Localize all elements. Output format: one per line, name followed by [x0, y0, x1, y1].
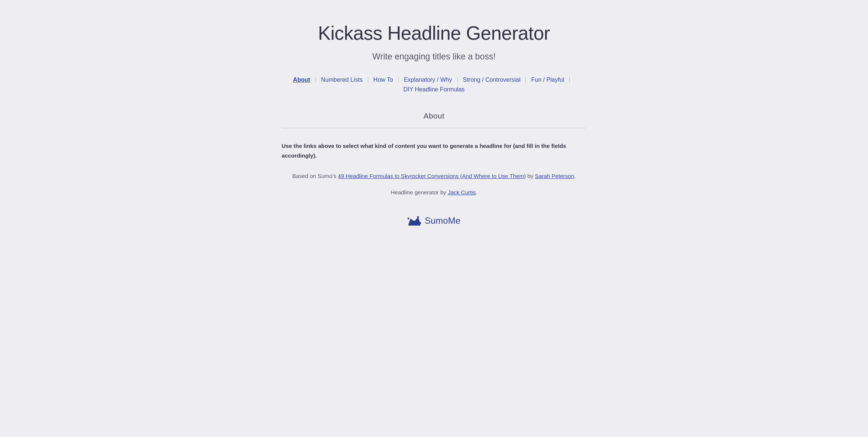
based-on-text: Based on Sumo's 49 Headline Formulas to … — [282, 172, 586, 181]
main-nav: About Numbered Lists How To Explanatory … — [282, 77, 586, 93]
nav-list: About Numbered Lists How To Explanatory … — [282, 77, 586, 93]
svg-point-2 — [408, 218, 409, 220]
svg-point-5 — [417, 216, 419, 218]
nav-item-fun-playful: Fun / Playful — [531, 77, 575, 83]
page-title: Kickass Headline Generator — [282, 22, 586, 44]
based-on-prefix: Based on Sumo's — [292, 173, 338, 179]
content-panel: About Use the links above to select what… — [282, 111, 586, 227]
page-wrapper: Kickass Headline Generator Write engagin… — [267, 0, 601, 257]
page-subtitle: Write engaging titles like a boss! — [282, 52, 586, 62]
section-divider — [282, 128, 586, 128]
crown-icon — [408, 216, 421, 226]
nav-link-about[interactable]: About — [293, 77, 310, 83]
svg-point-3 — [413, 221, 415, 223]
generator-author-link[interactable]: Jack Curtis — [448, 189, 476, 195]
based-on-period: . — [574, 173, 576, 179]
based-on-suffix: by — [526, 173, 535, 179]
nav-link-diy[interactable]: DIY Headline Formulas — [403, 86, 464, 93]
section-title: About — [282, 111, 586, 120]
nav-link-strong-controversial[interactable]: Strong / Controversial — [463, 77, 521, 83]
sumo-article-link[interactable]: 49 Headline Formulas to Skyrocket Conver… — [338, 173, 526, 179]
sumome-label: SumoMe — [425, 216, 460, 226]
nav-item-numbered-lists: Numbered Lists — [321, 77, 373, 83]
generator-prefix: Headline generator by — [391, 189, 448, 195]
svg-rect-1 — [408, 224, 420, 226]
nav-item-strong-controversial: Strong / Controversial — [463, 77, 531, 83]
author-link[interactable]: Sarah Peterson — [535, 173, 574, 179]
generator-period: . — [476, 189, 477, 195]
nav-item-diy: DIY Headline Formulas — [403, 86, 464, 93]
nav-item-about: About — [293, 77, 321, 83]
generator-text: Headline generator by Jack Curtis. — [282, 188, 586, 197]
nav-link-explanatory-why[interactable]: Explanatory / Why — [404, 77, 452, 83]
nav-link-how-to[interactable]: How To — [373, 77, 393, 83]
nav-item-how-to: How To — [373, 77, 404, 83]
intro-text: Use the links above to select what kind … — [282, 141, 586, 161]
nav-link-fun-playful[interactable]: Fun / Playful — [531, 77, 564, 83]
nav-link-numbered-lists[interactable]: Numbered Lists — [321, 77, 363, 83]
sumome-logo-link[interactable]: SumoMe — [408, 216, 460, 226]
nav-item-explanatory-why: Explanatory / Why — [404, 77, 463, 83]
